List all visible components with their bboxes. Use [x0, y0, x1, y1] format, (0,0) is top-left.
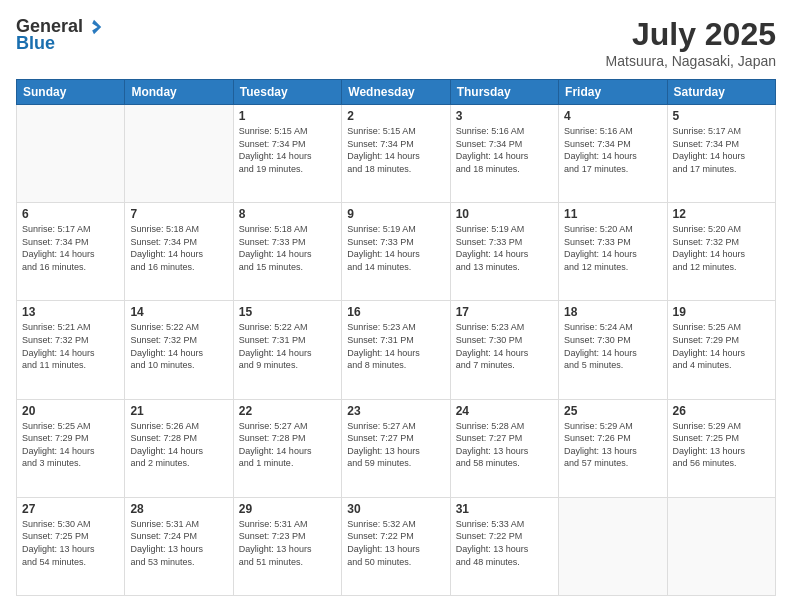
day-info: Sunrise: 5:21 AM Sunset: 7:32 PM Dayligh…: [22, 321, 119, 371]
day-number: 24: [456, 404, 553, 418]
day-number: 9: [347, 207, 444, 221]
col-tuesday: Tuesday: [233, 80, 341, 105]
day-number: 20: [22, 404, 119, 418]
calendar-header-row: Sunday Monday Tuesday Wednesday Thursday…: [17, 80, 776, 105]
calendar-cell: 4Sunrise: 5:16 AM Sunset: 7:34 PM Daylig…: [559, 105, 667, 203]
logo: General Blue: [16, 16, 103, 54]
day-info: Sunrise: 5:23 AM Sunset: 7:30 PM Dayligh…: [456, 321, 553, 371]
day-info: Sunrise: 5:18 AM Sunset: 7:33 PM Dayligh…: [239, 223, 336, 273]
calendar-cell: 22Sunrise: 5:27 AM Sunset: 7:28 PM Dayli…: [233, 399, 341, 497]
calendar-cell: 31Sunrise: 5:33 AM Sunset: 7:22 PM Dayli…: [450, 497, 558, 595]
month-title: July 2025: [606, 16, 776, 53]
calendar-cell: 8Sunrise: 5:18 AM Sunset: 7:33 PM Daylig…: [233, 203, 341, 301]
day-info: Sunrise: 5:20 AM Sunset: 7:33 PM Dayligh…: [564, 223, 661, 273]
calendar-cell: 29Sunrise: 5:31 AM Sunset: 7:23 PM Dayli…: [233, 497, 341, 595]
day-number: 23: [347, 404, 444, 418]
logo-icon: [85, 18, 103, 36]
calendar-cell: 26Sunrise: 5:29 AM Sunset: 7:25 PM Dayli…: [667, 399, 775, 497]
calendar-cell: [125, 105, 233, 203]
calendar-cell: 21Sunrise: 5:26 AM Sunset: 7:28 PM Dayli…: [125, 399, 233, 497]
day-info: Sunrise: 5:17 AM Sunset: 7:34 PM Dayligh…: [673, 125, 770, 175]
day-number: 31: [456, 502, 553, 516]
day-number: 14: [130, 305, 227, 319]
col-wednesday: Wednesday: [342, 80, 450, 105]
calendar-cell: 11Sunrise: 5:20 AM Sunset: 7:33 PM Dayli…: [559, 203, 667, 301]
day-info: Sunrise: 5:15 AM Sunset: 7:34 PM Dayligh…: [239, 125, 336, 175]
calendar-cell: 14Sunrise: 5:22 AM Sunset: 7:32 PM Dayli…: [125, 301, 233, 399]
day-number: 27: [22, 502, 119, 516]
calendar: Sunday Monday Tuesday Wednesday Thursday…: [16, 79, 776, 596]
svg-marker-0: [92, 19, 101, 33]
day-info: Sunrise: 5:31 AM Sunset: 7:23 PM Dayligh…: [239, 518, 336, 568]
day-number: 12: [673, 207, 770, 221]
calendar-cell: 9Sunrise: 5:19 AM Sunset: 7:33 PM Daylig…: [342, 203, 450, 301]
day-info: Sunrise: 5:26 AM Sunset: 7:28 PM Dayligh…: [130, 420, 227, 470]
calendar-cell: 27Sunrise: 5:30 AM Sunset: 7:25 PM Dayli…: [17, 497, 125, 595]
calendar-cell: 20Sunrise: 5:25 AM Sunset: 7:29 PM Dayli…: [17, 399, 125, 497]
day-number: 2: [347, 109, 444, 123]
day-number: 10: [456, 207, 553, 221]
calendar-cell: [667, 497, 775, 595]
page: General Blue July 2025 Matsuura, Nagasak…: [0, 0, 792, 612]
logo-blue: Blue: [16, 33, 55, 54]
calendar-cell: 13Sunrise: 5:21 AM Sunset: 7:32 PM Dayli…: [17, 301, 125, 399]
calendar-cell: 5Sunrise: 5:17 AM Sunset: 7:34 PM Daylig…: [667, 105, 775, 203]
day-number: 6: [22, 207, 119, 221]
day-info: Sunrise: 5:27 AM Sunset: 7:27 PM Dayligh…: [347, 420, 444, 470]
calendar-cell: 12Sunrise: 5:20 AM Sunset: 7:32 PM Dayli…: [667, 203, 775, 301]
calendar-cell: 15Sunrise: 5:22 AM Sunset: 7:31 PM Dayli…: [233, 301, 341, 399]
day-info: Sunrise: 5:15 AM Sunset: 7:34 PM Dayligh…: [347, 125, 444, 175]
calendar-cell: 28Sunrise: 5:31 AM Sunset: 7:24 PM Dayli…: [125, 497, 233, 595]
day-info: Sunrise: 5:33 AM Sunset: 7:22 PM Dayligh…: [456, 518, 553, 568]
day-number: 13: [22, 305, 119, 319]
day-number: 4: [564, 109, 661, 123]
day-info: Sunrise: 5:22 AM Sunset: 7:31 PM Dayligh…: [239, 321, 336, 371]
day-info: Sunrise: 5:25 AM Sunset: 7:29 PM Dayligh…: [673, 321, 770, 371]
day-number: 17: [456, 305, 553, 319]
day-number: 15: [239, 305, 336, 319]
day-info: Sunrise: 5:23 AM Sunset: 7:31 PM Dayligh…: [347, 321, 444, 371]
day-number: 8: [239, 207, 336, 221]
day-number: 7: [130, 207, 227, 221]
day-info: Sunrise: 5:22 AM Sunset: 7:32 PM Dayligh…: [130, 321, 227, 371]
col-sunday: Sunday: [17, 80, 125, 105]
day-info: Sunrise: 5:30 AM Sunset: 7:25 PM Dayligh…: [22, 518, 119, 568]
calendar-cell: 25Sunrise: 5:29 AM Sunset: 7:26 PM Dayli…: [559, 399, 667, 497]
day-info: Sunrise: 5:28 AM Sunset: 7:27 PM Dayligh…: [456, 420, 553, 470]
calendar-week-2: 6Sunrise: 5:17 AM Sunset: 7:34 PM Daylig…: [17, 203, 776, 301]
calendar-cell: 24Sunrise: 5:28 AM Sunset: 7:27 PM Dayli…: [450, 399, 558, 497]
col-thursday: Thursday: [450, 80, 558, 105]
calendar-week-1: 1Sunrise: 5:15 AM Sunset: 7:34 PM Daylig…: [17, 105, 776, 203]
day-info: Sunrise: 5:27 AM Sunset: 7:28 PM Dayligh…: [239, 420, 336, 470]
day-info: Sunrise: 5:29 AM Sunset: 7:25 PM Dayligh…: [673, 420, 770, 470]
col-monday: Monday: [125, 80, 233, 105]
day-info: Sunrise: 5:24 AM Sunset: 7:30 PM Dayligh…: [564, 321, 661, 371]
day-number: 30: [347, 502, 444, 516]
day-info: Sunrise: 5:20 AM Sunset: 7:32 PM Dayligh…: [673, 223, 770, 273]
day-number: 26: [673, 404, 770, 418]
calendar-cell: [559, 497, 667, 595]
day-number: 5: [673, 109, 770, 123]
day-number: 19: [673, 305, 770, 319]
calendar-cell: 16Sunrise: 5:23 AM Sunset: 7:31 PM Dayli…: [342, 301, 450, 399]
calendar-cell: 23Sunrise: 5:27 AM Sunset: 7:27 PM Dayli…: [342, 399, 450, 497]
day-info: Sunrise: 5:31 AM Sunset: 7:24 PM Dayligh…: [130, 518, 227, 568]
day-number: 11: [564, 207, 661, 221]
calendar-cell: 10Sunrise: 5:19 AM Sunset: 7:33 PM Dayli…: [450, 203, 558, 301]
calendar-cell: 17Sunrise: 5:23 AM Sunset: 7:30 PM Dayli…: [450, 301, 558, 399]
calendar-cell: 19Sunrise: 5:25 AM Sunset: 7:29 PM Dayli…: [667, 301, 775, 399]
day-info: Sunrise: 5:29 AM Sunset: 7:26 PM Dayligh…: [564, 420, 661, 470]
day-info: Sunrise: 5:19 AM Sunset: 7:33 PM Dayligh…: [347, 223, 444, 273]
calendar-cell: 3Sunrise: 5:16 AM Sunset: 7:34 PM Daylig…: [450, 105, 558, 203]
calendar-week-3: 13Sunrise: 5:21 AM Sunset: 7:32 PM Dayli…: [17, 301, 776, 399]
day-info: Sunrise: 5:16 AM Sunset: 7:34 PM Dayligh…: [564, 125, 661, 175]
calendar-week-5: 27Sunrise: 5:30 AM Sunset: 7:25 PM Dayli…: [17, 497, 776, 595]
calendar-cell: 1Sunrise: 5:15 AM Sunset: 7:34 PM Daylig…: [233, 105, 341, 203]
calendar-week-4: 20Sunrise: 5:25 AM Sunset: 7:29 PM Dayli…: [17, 399, 776, 497]
day-info: Sunrise: 5:25 AM Sunset: 7:29 PM Dayligh…: [22, 420, 119, 470]
header: General Blue July 2025 Matsuura, Nagasak…: [16, 16, 776, 69]
calendar-cell: 7Sunrise: 5:18 AM Sunset: 7:34 PM Daylig…: [125, 203, 233, 301]
day-number: 16: [347, 305, 444, 319]
calendar-cell: 6Sunrise: 5:17 AM Sunset: 7:34 PM Daylig…: [17, 203, 125, 301]
calendar-cell: 18Sunrise: 5:24 AM Sunset: 7:30 PM Dayli…: [559, 301, 667, 399]
